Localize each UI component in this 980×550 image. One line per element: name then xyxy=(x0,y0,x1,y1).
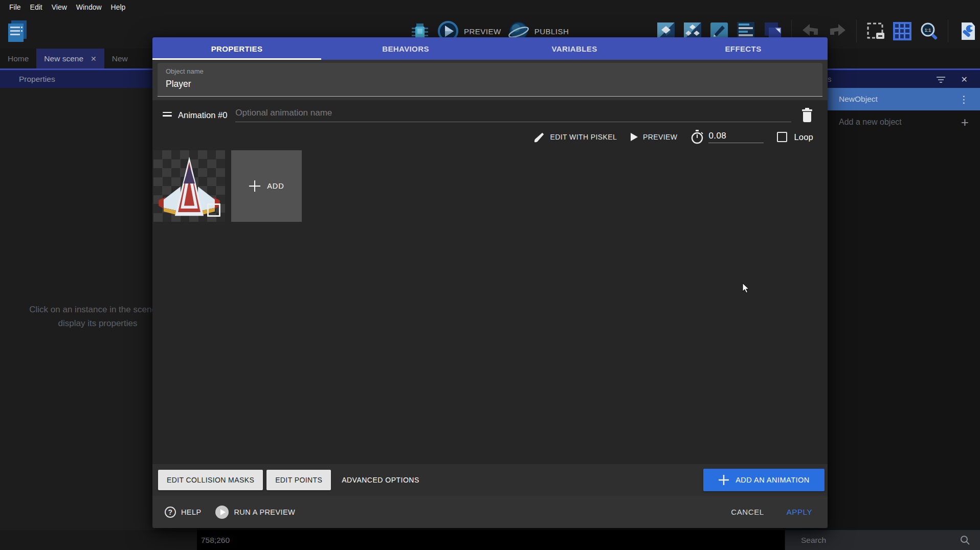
frames-row: ADD xyxy=(152,150,828,222)
add-new-object-row[interactable]: Add a new object + xyxy=(825,110,980,134)
search-icon xyxy=(960,535,971,546)
publish-label: PUBLISH xyxy=(534,27,569,36)
tab-close-icon[interactable]: ✕ xyxy=(91,55,97,63)
cancel-button[interactable]: CANCEL xyxy=(731,508,764,516)
object-list-item-selected[interactable]: NewObject ⋮ xyxy=(825,88,980,110)
play-icon xyxy=(630,132,638,142)
tab-new-partial[interactable]: New xyxy=(104,49,136,68)
run-preview-play-icon xyxy=(215,506,229,519)
left-panel-footer xyxy=(0,530,197,550)
menu-window[interactable]: Window xyxy=(72,3,106,11)
menu-bar: File Edit View Window Help xyxy=(0,0,980,14)
preview-animation-button[interactable]: PREVIEW xyxy=(630,132,677,142)
help-button[interactable]: ? HELP xyxy=(165,507,201,518)
loop-toggle[interactable]: Loop xyxy=(777,132,813,142)
object-name-value[interactable]: Player xyxy=(166,79,814,89)
objects-panel: s ✕ NewObject ⋮ Add a new object + xyxy=(825,68,980,530)
filter-icon[interactable] xyxy=(936,77,945,83)
object-editor-dialog: PROPERTIES BEHAVIORS VARIABLES EFFECTS O… xyxy=(152,37,828,528)
run-a-preview-button[interactable]: RUN A PREVIEW xyxy=(215,506,295,519)
time-between-frames-field[interactable]: 0.08 xyxy=(691,130,764,144)
delete-animation-trash-icon[interactable] xyxy=(800,107,814,123)
redo-icon[interactable] xyxy=(828,21,847,41)
edit-collision-masks-button[interactable]: EDIT COLLISION MASKS xyxy=(158,470,263,490)
svg-text:1:1: 1:1 xyxy=(925,28,931,33)
apply-button[interactable]: APPLY xyxy=(787,508,812,516)
object-name-label: Object name xyxy=(166,67,814,75)
animation-name-input[interactable]: Optional animation name xyxy=(235,108,791,122)
menu-help[interactable]: Help xyxy=(106,3,130,11)
edit-selection-icon[interactable] xyxy=(866,21,885,41)
time-between-frames-input[interactable]: 0.08 xyxy=(708,131,764,143)
more-options-icon[interactable]: ⋮ xyxy=(959,94,969,105)
dialog-tab-bar: PROPERTIES BEHAVIORS VARIABLES EFFECTS xyxy=(152,37,828,60)
tab-home[interactable]: Home xyxy=(0,49,36,68)
grid-icon[interactable] xyxy=(893,21,912,41)
add-an-animation-button[interactable]: ADD AN ANIMATION xyxy=(703,469,825,491)
animation-title: Animation #0 xyxy=(178,110,227,120)
brush-icon xyxy=(533,131,546,143)
frame-select-checkbox[interactable] xyxy=(207,203,220,217)
dialog-actions-row: EDIT COLLISION MASKS EDIT POINTS ADVANCE… xyxy=(152,464,828,496)
preview-label: PREVIEW xyxy=(464,27,501,36)
edit-points-button[interactable]: EDIT POINTS xyxy=(266,470,331,490)
loop-checkbox[interactable] xyxy=(777,132,787,142)
menu-view[interactable]: View xyxy=(47,3,72,11)
dialog-tab-properties[interactable]: PROPERTIES xyxy=(152,37,321,60)
stopwatch-icon xyxy=(691,130,704,144)
objects-search-bar[interactable]: Search xyxy=(785,530,980,550)
cursor-coordinates: 758;260 xyxy=(201,536,230,545)
object-name-field[interactable]: Object name Player xyxy=(158,63,822,97)
objects-panel-header: s ✕ xyxy=(825,68,980,88)
frame-thumbnail[interactable] xyxy=(153,150,225,222)
advanced-options-button[interactable]: ADVANCED OPTIONS xyxy=(335,476,427,484)
tab-new-scene[interactable]: New scene ✕ xyxy=(36,49,104,68)
animations-section: Animation #0 Optional animation name EDI… xyxy=(152,100,828,464)
drag-handle-icon[interactable] xyxy=(163,112,172,119)
close-panel-icon[interactable]: ✕ xyxy=(961,75,968,84)
toolbar-separator xyxy=(856,20,857,42)
menu-edit[interactable]: Edit xyxy=(26,3,47,11)
dialog-tab-behaviors[interactable]: BEHAVIORS xyxy=(321,37,490,60)
dialog-footer: ? HELP RUN A PREVIEW CANCEL APPLY xyxy=(152,496,828,528)
search-input[interactable]: Search xyxy=(801,536,826,545)
dialog-tab-variables[interactable]: VARIABLES xyxy=(490,37,659,60)
plus-icon xyxy=(718,474,729,486)
project-manager-icon[interactable] xyxy=(5,18,30,44)
object-name-section: Object name Player xyxy=(152,60,828,100)
edit-with-piskel-button[interactable]: EDIT WITH PISKEL xyxy=(533,131,617,143)
scene-status-bar: 758;260 xyxy=(197,530,785,550)
dialog-tab-effects[interactable]: EFFECTS xyxy=(659,37,828,60)
animation-header-row: Animation #0 Optional animation name xyxy=(152,100,828,123)
add-frame-button[interactable]: ADD xyxy=(231,150,302,222)
plus-icon xyxy=(249,180,261,192)
help-icon: ? xyxy=(165,507,176,518)
toolbar-separator xyxy=(948,20,948,42)
zoom-one-to-one-icon[interactable]: 1:1 xyxy=(919,21,939,41)
debugger-wrench-icon[interactable] xyxy=(957,21,977,41)
menu-file[interactable]: File xyxy=(5,3,26,11)
add-object-plus-icon[interactable]: + xyxy=(961,114,969,130)
animation-controls-row: EDIT WITH PISKEL PREVIEW 0.08 xyxy=(152,123,828,149)
gdevelop-window: File Edit View Window Help xyxy=(0,0,980,550)
